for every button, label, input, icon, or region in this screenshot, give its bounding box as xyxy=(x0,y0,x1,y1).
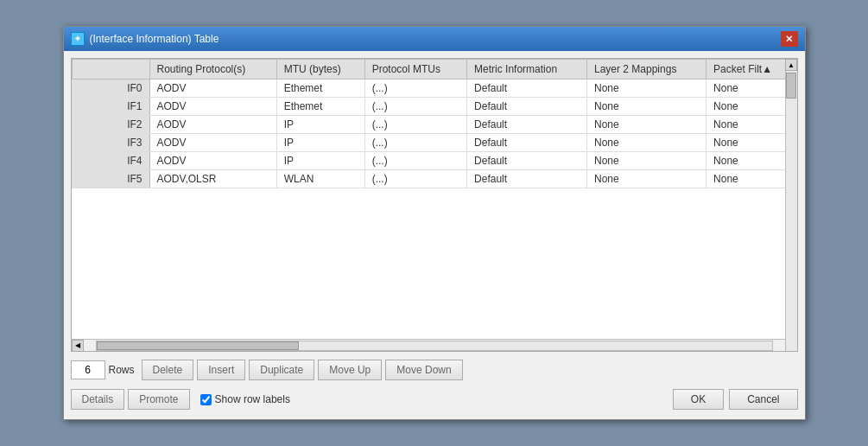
data-cell: None xyxy=(706,98,796,116)
row-label-cell: IF0 xyxy=(72,80,149,98)
data-cell: IP xyxy=(276,152,364,170)
promote-button[interactable]: Promote xyxy=(128,389,189,410)
show-row-labels-label[interactable]: Show row labels xyxy=(200,393,290,405)
data-cell: AODV,OLSR xyxy=(149,170,276,188)
table-container: Routing Protocol(s) MTU (bytes) Protocol… xyxy=(71,58,798,352)
data-cell: Default xyxy=(467,152,587,170)
table-header-row: Routing Protocol(s) MTU (bytes) Protocol… xyxy=(72,60,796,80)
rows-label: Rows xyxy=(109,364,135,376)
data-cell: (...) xyxy=(364,134,466,152)
data-cell: None xyxy=(586,170,706,188)
data-cell: Default xyxy=(467,116,587,134)
scroll-up-button[interactable]: ▲ xyxy=(785,59,797,71)
scroll-v-thumb xyxy=(786,73,796,99)
row-label-cell: IF2 xyxy=(72,116,149,134)
toolbar-row1: Rows Delete Insert Duplicate Move Up Mov… xyxy=(71,357,798,383)
data-cell: None xyxy=(706,134,796,152)
toolbar-row2: Details Promote Show row labels OK Cance… xyxy=(71,386,798,412)
duplicate-button[interactable]: Duplicate xyxy=(249,360,314,380)
dialog-buttons: OK Cancel xyxy=(673,389,798,410)
scroll-h-thumb xyxy=(97,341,300,350)
delete-button[interactable]: Delete xyxy=(142,360,194,380)
table-row[interactable]: IF4AODVIP(...)DefaultNoneNone xyxy=(72,152,796,170)
data-cell: None xyxy=(586,98,706,116)
data-cell: None xyxy=(586,134,706,152)
data-cell: None xyxy=(586,116,706,134)
table-row[interactable]: IF5AODV,OLSRWLAN(...)DefaultNoneNone xyxy=(72,170,796,188)
col-header-packet-filt: Packet Filt▲ xyxy=(706,60,796,80)
vertical-scrollbar[interactable]: ▲ xyxy=(785,59,797,351)
data-cell: AODV xyxy=(149,152,276,170)
data-cell: Ethemet xyxy=(276,80,364,98)
row-label-cell: IF4 xyxy=(72,152,149,170)
row-count-input[interactable] xyxy=(71,360,105,379)
show-row-labels-checkbox[interactable] xyxy=(200,394,212,405)
move-up-button[interactable]: Move Up xyxy=(318,360,382,380)
data-cell: None xyxy=(706,170,796,188)
title-bar: ✦ (Interface Information) Table ✕ xyxy=(64,27,805,51)
col-header-label xyxy=(72,60,149,80)
table-row[interactable]: IF3AODVIP(...)DefaultNoneNone xyxy=(72,134,796,152)
main-window: ✦ (Interface Information) Table ✕ Routin… xyxy=(63,26,806,420)
data-cell: Default xyxy=(467,80,587,98)
data-table: Routing Protocol(s) MTU (bytes) Protocol… xyxy=(72,59,797,188)
data-cell: (...) xyxy=(364,116,466,134)
data-cell: AODV xyxy=(149,98,276,116)
table-row[interactable]: IF1AODVEthemet(...)DefaultNoneNone xyxy=(72,98,796,116)
window-body: Routing Protocol(s) MTU (bytes) Protocol… xyxy=(64,51,805,419)
col-header-mtu: MTU (bytes) xyxy=(276,60,364,80)
cancel-button[interactable]: Cancel xyxy=(729,389,797,410)
data-cell: (...) xyxy=(364,80,466,98)
col-header-metric: Metric Information xyxy=(467,60,587,80)
row-label-cell: IF1 xyxy=(72,98,149,116)
data-cell: (...) xyxy=(364,152,466,170)
table-row[interactable]: IF0AODVEthemet(...)DefaultNoneNone xyxy=(72,80,796,98)
table-row[interactable]: IF2AODVIP(...)DefaultNoneNone xyxy=(72,116,796,134)
scroll-left-button[interactable]: ◀ xyxy=(72,340,84,352)
data-cell: Default xyxy=(467,98,587,116)
data-cell: None xyxy=(586,152,706,170)
row-label-cell: IF3 xyxy=(72,134,149,152)
data-cell: None xyxy=(706,116,796,134)
data-cell: (...) xyxy=(364,98,466,116)
col-header-protocol-mtus: Protocol MTUs xyxy=(364,60,466,80)
data-cell: AODV xyxy=(149,80,276,98)
data-cell: AODV xyxy=(149,116,276,134)
insert-button[interactable]: Insert xyxy=(197,360,245,380)
horizontal-scrollbar[interactable]: ◀ ▶ xyxy=(72,339,797,351)
data-cell: IP xyxy=(276,116,364,134)
ok-button[interactable]: OK xyxy=(673,389,724,410)
scroll-h-track[interactable] xyxy=(96,341,773,351)
data-cell: None xyxy=(706,80,796,98)
data-cell: Ethemet xyxy=(276,98,364,116)
window-icon: ✦ xyxy=(71,32,85,46)
title-bar-left: ✦ (Interface Information) Table xyxy=(71,32,219,46)
col-header-layer2: Layer 2 Mappings xyxy=(586,60,706,80)
row-label-cell: IF5 xyxy=(72,170,149,188)
col-header-routing: Routing Protocol(s) xyxy=(149,60,276,80)
data-cell: AODV xyxy=(149,134,276,152)
data-cell: None xyxy=(706,152,796,170)
show-row-labels-text: Show row labels xyxy=(215,393,290,405)
close-button[interactable]: ✕ xyxy=(781,31,798,47)
data-cell: (...) xyxy=(364,170,466,188)
data-cell: IP xyxy=(276,134,364,152)
data-cell: WLAN xyxy=(276,170,364,188)
data-cell: Default xyxy=(467,134,587,152)
data-cell: None xyxy=(586,80,706,98)
details-button[interactable]: Details xyxy=(71,389,125,410)
move-down-button[interactable]: Move Down xyxy=(385,360,462,380)
window-title: (Interface Information) Table xyxy=(90,33,219,45)
data-cell: Default xyxy=(467,170,587,188)
table-scroll-area[interactable]: Routing Protocol(s) MTU (bytes) Protocol… xyxy=(72,59,797,339)
